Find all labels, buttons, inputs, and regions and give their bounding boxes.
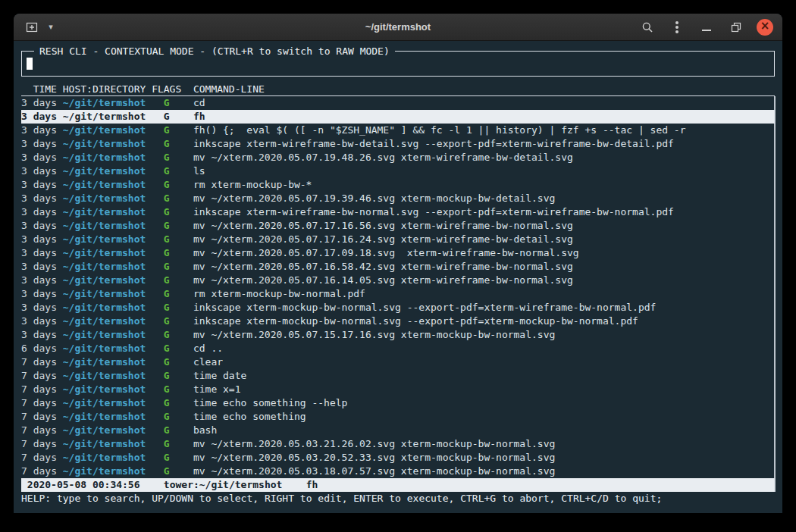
- history-row[interactable]: 3 days~/git/termshotGinkscape xterm-mock…: [21, 315, 775, 328]
- terminal-screen[interactable]: RESH CLI - CONTEXTUAL MODE - (CTRL+R to …: [14, 41, 782, 513]
- row-flags: G: [152, 96, 181, 110]
- status-location: tower:~/git/termshot: [164, 478, 283, 492]
- history-row[interactable]: 7 days~/git/termshotGmv ~/xterm.2020.05.…: [21, 437, 775, 451]
- new-tab-icon: [26, 21, 38, 33]
- row-command: inkscape xterm-wireframe-bw-detail.svg -…: [193, 137, 674, 151]
- row-command: time echo something: [193, 410, 306, 424]
- row-flags: G: [152, 437, 181, 451]
- row-flags: G: [152, 246, 181, 260]
- row-command: rm xterm-mockup-bw-normal.pdf: [193, 287, 365, 301]
- row-command: time echo something --help: [193, 396, 348, 410]
- row-time: 3 days: [21, 178, 57, 192]
- history-row[interactable]: 7 days~/git/termshotGclear: [21, 355, 775, 369]
- row-time: 3 days: [21, 205, 57, 219]
- row-time: 3 days: [21, 110, 57, 124]
- history-row[interactable]: 7 days~/git/termshotGtime echo something: [21, 410, 775, 424]
- row-time: 3 days: [21, 137, 57, 151]
- history-row[interactable]: 3 days~/git/termshotGmv ~/xterm.2020.05.…: [21, 246, 775, 260]
- header-flags: FLAGS: [152, 83, 181, 96]
- history-row[interactable]: 3 days~/git/termshotGmv ~/xterm.2020.05.…: [21, 219, 775, 233]
- history-row[interactable]: 3 days~/git/termshotGmv ~/xterm.2020.05.…: [21, 151, 775, 164]
- row-host: ~/git/termshot: [63, 219, 146, 233]
- row-host: ~/git/termshot: [63, 260, 146, 274]
- row-time: 3 days: [21, 301, 57, 315]
- row-time: 7 days: [21, 465, 57, 478]
- history-row[interactable]: 3 days~/git/termshotGinkscape xterm-mock…: [21, 301, 775, 315]
- search-button[interactable]: [638, 18, 657, 36]
- row-time: 3 days: [21, 192, 57, 205]
- row-flags: G: [152, 164, 181, 178]
- chevron-down-icon[interactable]: ▾: [45, 18, 56, 36]
- history-row[interactable]: 3 days~/git/termshotGrm xterm-mockup-bw-…: [21, 287, 775, 301]
- row-flags: G: [152, 369, 181, 383]
- row-time: 7 days: [21, 396, 57, 410]
- titlebar-right-group: ×: [638, 18, 773, 36]
- row-time: 3 days: [21, 315, 57, 328]
- row-host: ~/git/termshot: [63, 465, 146, 478]
- new-tab-button[interactable]: [23, 18, 41, 36]
- history-row[interactable]: 7 days~/git/termshotGtime date: [21, 369, 775, 383]
- row-command: mv ~/xterm.2020.05.07.17.16.24.svg xterm…: [193, 233, 573, 246]
- row-flags: G: [152, 178, 181, 192]
- row-host: ~/git/termshot: [63, 164, 146, 178]
- header-host: HOST:DIRECTORY: [63, 83, 146, 96]
- restore-button[interactable]: [727, 18, 745, 36]
- close-icon: ×: [760, 20, 770, 32]
- titlebar[interactable]: ▾ ~/git/termshot: [14, 14, 782, 41]
- row-command: mv ~/xterm.2020.05.07.17.16.56.svg xterm…: [193, 219, 573, 233]
- history-row[interactable]: 3 days~/git/termshotGfh() {; eval $( ([ …: [21, 124, 775, 137]
- search-box[interactable]: RESH CLI - CONTEXTUAL MODE - (CTRL+R to …: [21, 51, 775, 77]
- status-datetime: 2020-05-08 00:34:56: [27, 478, 140, 492]
- search-box-label: RESH CLI - CONTEXTUAL MODE - (CTRL+R to …: [34, 45, 395, 58]
- close-button[interactable]: ×: [757, 19, 773, 36]
- row-flags: G: [152, 301, 181, 315]
- row-flags: G: [152, 192, 181, 205]
- history-row[interactable]: 3 days~/git/termshotGcd: [21, 96, 775, 110]
- row-flags: G: [152, 328, 181, 342]
- status-command: fh: [306, 478, 318, 492]
- history-row[interactable]: 3 days~/git/termshotGinkscape xterm-wire…: [21, 137, 775, 151]
- history-row[interactable]: 3 days~/git/termshotGmv ~/xterm.2020.05.…: [21, 274, 775, 287]
- minimize-button[interactable]: [697, 18, 716, 36]
- row-command: inkscape xterm-mockup-bw-normal.svg --ex…: [193, 301, 656, 315]
- row-flags: G: [152, 233, 181, 246]
- history-row[interactable]: 3 days~/git/termshotGmv ~/xterm.2020.05.…: [21, 260, 775, 274]
- history-row-selected[interactable]: 3 days~/git/termshotGfh: [21, 110, 775, 124]
- row-time: 7 days: [21, 369, 57, 383]
- row-host: ~/git/termshot: [63, 96, 146, 110]
- history-row[interactable]: 7 days~/git/termshotGbash: [21, 424, 775, 437]
- history-row[interactable]: 7 days~/git/termshotGmv ~/xterm.2020.05.…: [21, 465, 775, 478]
- row-command: mv ~/xterm.2020.05.07.16.14.05.svg xterm…: [193, 274, 573, 287]
- row-host: ~/git/termshot: [63, 178, 146, 192]
- history-row[interactable]: 3 days~/git/termshotGmv ~/xterm.2020.05.…: [21, 192, 775, 205]
- row-command: mv ~/xterm.2020.05.03.18.07.57.svg xterm…: [193, 465, 555, 478]
- row-time: 3 days: [21, 260, 57, 274]
- history-row[interactable]: 3 days~/git/termshotGls: [21, 164, 775, 178]
- row-flags: G: [152, 274, 181, 287]
- row-command: cd ..: [193, 342, 223, 355]
- row-flags: G: [152, 451, 181, 465]
- row-command: ls: [193, 164, 205, 178]
- row-flags: G: [152, 383, 181, 396]
- status-bar: 2020-05-08 00:34:56 tower:~/git/termshot…: [21, 478, 775, 492]
- row-host: ~/git/termshot: [63, 151, 146, 164]
- row-flags: G: [152, 205, 181, 219]
- row-flags: G: [152, 424, 181, 437]
- history-row[interactable]: 6 days~/git/termshotGcd ..: [21, 342, 775, 355]
- row-command: inkscape xterm-mockup-bw-normal.svg --ex…: [193, 315, 638, 328]
- history-row[interactable]: 7 days~/git/termshotGtime x=1: [21, 383, 775, 396]
- history-row[interactable]: 3 days~/git/termshotGinkscape xterm-wire…: [21, 205, 775, 219]
- row-host: ~/git/termshot: [63, 192, 146, 205]
- history-row[interactable]: 3 days~/git/termshotGrm xterm-mockup-bw-…: [21, 178, 775, 192]
- row-command: mv ~/xterm.2020.05.07.19.39.46.svg xterm…: [193, 192, 555, 205]
- row-host: ~/git/termshot: [63, 110, 146, 124]
- row-host: ~/git/termshot: [63, 315, 146, 328]
- menu-button[interactable]: [668, 18, 686, 36]
- history-row[interactable]: 7 days~/git/termshotGmv ~/xterm.2020.05.…: [21, 451, 775, 465]
- row-host: ~/git/termshot: [63, 274, 146, 287]
- history-row[interactable]: 3 days~/git/termshotGmv ~/xterm.2020.05.…: [21, 328, 775, 342]
- row-host: ~/git/termshot: [63, 410, 146, 424]
- row-host: ~/git/termshot: [63, 342, 146, 355]
- history-row[interactable]: 7 days~/git/termshotGtime echo something…: [21, 396, 775, 410]
- history-row[interactable]: 3 days~/git/termshotGmv ~/xterm.2020.05.…: [21, 233, 775, 246]
